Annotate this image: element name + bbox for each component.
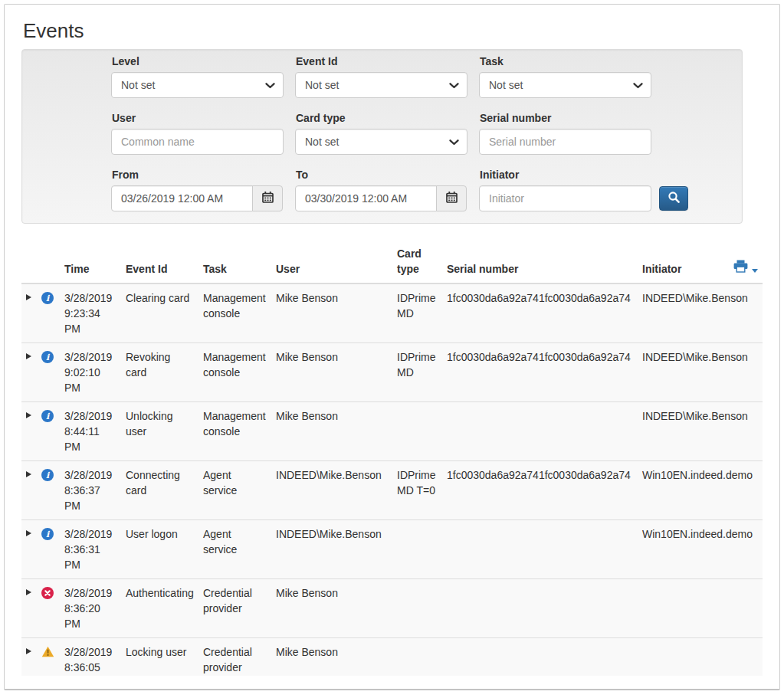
user-cell: Mike Benson [276, 579, 397, 637]
card-type-label: Card type [296, 112, 467, 125]
expand-row-button[interactable] [21, 284, 41, 342]
info-icon: i [41, 351, 54, 363]
info-icon: i [41, 469, 54, 481]
level-label: Level [112, 55, 284, 68]
card-type-cell [397, 579, 447, 637]
to-date-picker-button[interactable] [436, 185, 467, 211]
filter-group-to: To [295, 169, 467, 211]
task-select-value: Not set [489, 79, 523, 91]
search-button[interactable] [659, 186, 688, 211]
header-user: User [276, 255, 397, 283]
card-type-cell: IDPrime MD T=0 [397, 461, 447, 519]
serial-number-cell [447, 402, 642, 460]
to-label: To [296, 169, 467, 182]
event-id-select[interactable]: Not set [295, 72, 467, 98]
caret-right-icon [26, 648, 31, 654]
events-table: Time Event Id Task User Card type Serial… [21, 233, 763, 676]
filter-panel: Level Not set Event Id Not set [21, 49, 743, 224]
filter-group-card-type: Card type Not set [295, 112, 467, 155]
serial-number-cell [447, 520, 642, 578]
from-date-picker-button[interactable] [252, 185, 283, 211]
time-cell: 3/28/2019 9:02:10 PM [64, 343, 126, 401]
initiator-cell [642, 579, 763, 637]
table-row: i 3/28/2019 9:02:10 PM Revoking card Man… [21, 343, 763, 402]
level-cell: i [41, 520, 64, 578]
header-task: Task [203, 255, 276, 283]
calendar-icon [446, 192, 458, 206]
level-cell: i [41, 461, 64, 519]
card-type-cell: IDPrime MD [397, 284, 447, 342]
expand-row-button[interactable] [21, 579, 41, 637]
printer-icon [733, 260, 748, 277]
initiator-cell: INDEED\Mike.Benson [642, 402, 763, 460]
expand-row-button[interactable] [21, 638, 41, 676]
from-label: From [112, 169, 284, 182]
events-page-card: Events Level Not set Event Id Not set [4, 4, 780, 690]
time-cell: 3/28/2019 8:44:11 PM [64, 402, 126, 460]
serial-number-cell: 1fc0030da6a92a741fc0030da6a92a74 [447, 284, 642, 342]
user-input[interactable] [111, 129, 284, 155]
task-cell: Credential provider [203, 638, 276, 676]
header-level-col [41, 270, 64, 283]
card-type-cell [397, 520, 447, 578]
card-type-select[interactable]: Not set [295, 129, 467, 155]
initiator-cell: INDEED\Mike.Benson [642, 343, 763, 401]
event-id-select-value: Not set [305, 79, 339, 91]
level-cell: i [41, 638, 64, 676]
filter-group-from: From [111, 169, 284, 211]
header-initiator: Initiator [642, 261, 681, 277]
event-id-cell: Unlocking user [126, 402, 203, 460]
initiator-cell: Win10EN.indeed.demo [642, 461, 763, 519]
filter-group-serial-number: Serial number [479, 112, 651, 155]
header-serial-number: Serial number [447, 255, 642, 283]
task-cell: Agent service [203, 461, 276, 519]
time-cell: 3/28/2019 8:36:20 PM [64, 579, 126, 637]
initiator-cell [642, 638, 763, 676]
info-icon: i [41, 292, 54, 304]
from-date-group [111, 185, 284, 211]
events-table-header: Time Event Id Task User Card type Serial… [21, 233, 763, 284]
table-row: i 3/28/2019 8:36:31 PM User logon Agent … [21, 520, 763, 579]
event-id-cell: Clearing card [126, 284, 203, 342]
serial-number-cell: 1fc0030da6a92a741fc0030da6a92a74 [447, 343, 642, 401]
table-row: i 3/28/2019 8:36:37 PM Connecting card A… [21, 461, 763, 520]
initiator-input[interactable] [479, 185, 651, 211]
caret-right-icon [26, 589, 31, 595]
header-time: Time [64, 255, 126, 283]
user-cell: Mike Benson [276, 638, 397, 676]
serial-number-cell: 1fc0030da6a92a741fc0030da6a92a74 [447, 461, 642, 519]
level-select[interactable]: Not set [111, 72, 284, 98]
table-row: i 3/28/2019 8:36:05 Locking user Credent… [21, 638, 763, 676]
info-icon: i [41, 528, 54, 540]
chevron-down-icon [633, 79, 643, 91]
level-cell: i [41, 402, 64, 460]
header-expand-col [21, 270, 41, 283]
calendar-icon [262, 192, 274, 206]
event-id-label: Event Id [296, 55, 467, 68]
time-cell: 3/28/2019 8:36:31 PM [64, 520, 126, 578]
from-date-input[interactable] [111, 185, 253, 211]
page-title: Events [23, 19, 763, 43]
serial-number-input[interactable] [479, 129, 651, 155]
to-date-input[interactable] [295, 185, 437, 211]
user-cell: Mike Benson [276, 402, 397, 460]
initiator-label: Initiator [480, 169, 651, 182]
expand-row-button[interactable] [21, 520, 41, 578]
expand-row-button[interactable] [21, 402, 41, 460]
chevron-down-icon [449, 136, 459, 148]
filter-group-level: Level Not set [111, 55, 284, 98]
expand-row-button[interactable] [21, 461, 41, 519]
chevron-down-icon [449, 79, 459, 91]
task-cell: Management console [203, 343, 276, 401]
task-select[interactable]: Not set [479, 72, 651, 98]
caret-right-icon [26, 471, 31, 477]
expand-row-button[interactable] [21, 343, 41, 401]
warning-icon: i [41, 646, 54, 658]
serial-number-label: Serial number [480, 112, 651, 125]
filter-group-user: User [111, 112, 284, 155]
user-cell: INDEED\Mike.Benson [276, 520, 397, 578]
caret-down-icon [752, 269, 758, 273]
user-cell: INDEED\Mike.Benson [276, 461, 397, 519]
task-cell: Credential provider [203, 579, 276, 637]
print-menu-button[interactable] [733, 260, 758, 277]
